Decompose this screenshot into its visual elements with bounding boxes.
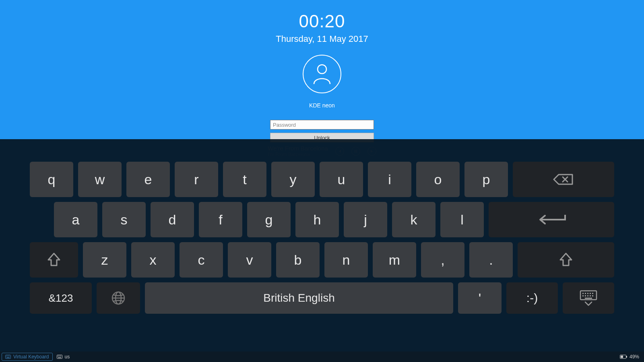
key-s[interactable]: s: [102, 202, 146, 237]
svg-rect-21: [6, 357, 10, 358]
svg-rect-24: [8, 356, 9, 357]
svg-rect-25: [9, 356, 10, 357]
svg-rect-30: [60, 356, 60, 357]
key-backspace[interactable]: [513, 162, 614, 197]
svg-point-0: [318, 65, 326, 74]
key-language[interactable]: [97, 282, 140, 314]
svg-rect-22: [6, 356, 7, 357]
key-h[interactable]: h: [295, 202, 339, 237]
keyboard-icon: [57, 355, 62, 359]
hide-keyboard-icon: [579, 289, 598, 307]
svg-rect-34: [621, 356, 623, 358]
key-x[interactable]: x: [131, 242, 175, 278]
user-icon: [312, 63, 332, 85]
clock-time: 00:20: [0, 11, 644, 31]
battery-percentage: 49%: [630, 354, 639, 360]
key-y[interactable]: y: [271, 162, 315, 197]
keyboard-layout-label: us: [65, 354, 70, 360]
status-bar: Virtual Keyboard us 49%: [0, 352, 644, 362]
key-m[interactable]: m: [373, 242, 416, 278]
password-input[interactable]: [270, 120, 374, 130]
key-i[interactable]: i: [368, 162, 411, 197]
svg-rect-26: [57, 355, 62, 359]
key-enter[interactable]: [489, 202, 614, 237]
vk-row-1: q w e r t y u i o p: [30, 162, 614, 197]
key-w[interactable]: w: [78, 162, 122, 197]
shift-up-icon: [558, 252, 574, 268]
svg-rect-20: [6, 355, 11, 359]
virtual-keyboard-toggle-label: Virtual Keyboard: [13, 354, 49, 360]
svg-rect-33: [626, 356, 627, 358]
key-t[interactable]: t: [223, 162, 266, 197]
key-hide-keyboard[interactable]: [563, 282, 614, 314]
key-g[interactable]: g: [247, 202, 291, 237]
battery-icon: [620, 355, 627, 359]
username-label: KDE neon: [309, 102, 335, 109]
key-v[interactable]: v: [228, 242, 271, 278]
key-shift-right[interactable]: [518, 242, 614, 278]
svg-rect-28: [58, 356, 58, 357]
svg-rect-23: [7, 356, 8, 357]
svg-rect-17: [590, 295, 591, 296]
key-r[interactable]: r: [175, 162, 218, 197]
key-emoji[interactable]: :-): [506, 282, 558, 314]
clock-area: 00:20 Thursday, 11 May 2017: [0, 0, 644, 44]
key-d[interactable]: d: [151, 202, 194, 237]
key-e[interactable]: e: [126, 162, 170, 197]
key-shift-left[interactable]: [30, 242, 78, 278]
key-j[interactable]: j: [344, 202, 387, 237]
key-n[interactable]: n: [324, 242, 368, 278]
svg-rect-12: [590, 293, 591, 294]
user-block: KDE neon: [0, 55, 644, 109]
key-u[interactable]: u: [320, 162, 363, 197]
svg-rect-9: [582, 293, 584, 294]
backspace-icon: [553, 173, 574, 186]
avatar[interactable]: [303, 55, 341, 93]
svg-rect-27: [58, 357, 61, 358]
key-a[interactable]: a: [54, 202, 97, 237]
battery-indicator[interactable]: 49%: [620, 354, 642, 360]
virtual-keyboard-toggle[interactable]: Virtual Keyboard: [2, 353, 53, 361]
key-apostrophe[interactable]: ': [458, 282, 502, 314]
key-f[interactable]: f: [199, 202, 242, 237]
keyboard-layout-indicator[interactable]: us: [57, 354, 70, 360]
key-p[interactable]: p: [464, 162, 508, 197]
key-q[interactable]: q: [30, 162, 73, 197]
svg-rect-19: [585, 298, 592, 299]
svg-rect-15: [585, 295, 586, 296]
svg-rect-29: [58, 356, 59, 357]
svg-rect-31: [60, 356, 61, 357]
key-comma[interactable]: ,: [421, 242, 464, 278]
svg-rect-10: [585, 293, 586, 294]
vk-row-3: z x c v b n m , .: [30, 242, 614, 278]
key-period[interactable]: .: [469, 242, 513, 278]
key-b[interactable]: b: [276, 242, 320, 278]
key-o[interactable]: o: [416, 162, 460, 197]
svg-rect-13: [592, 293, 593, 294]
vk-row-2: a s d f g h j k l: [30, 202, 614, 237]
svg-rect-18: [592, 295, 593, 296]
key-c[interactable]: c: [180, 242, 223, 278]
key-symbols[interactable]: &123: [30, 282, 92, 314]
key-k[interactable]: k: [392, 202, 436, 237]
vk-row-4: &123 British English ' :-): [30, 282, 614, 314]
globe-icon: [110, 290, 126, 306]
svg-rect-11: [587, 293, 588, 294]
clock-date: Thursday, 11 May 2017: [0, 34, 644, 44]
shift-up-icon: [46, 252, 62, 268]
key-z[interactable]: z: [83, 242, 126, 278]
virtual-keyboard: q w e r t y u i o p a s d f g h j k l: [0, 139, 644, 352]
svg-rect-16: [587, 295, 588, 296]
svg-rect-14: [582, 295, 584, 296]
enter-icon: [536, 214, 567, 225]
key-space[interactable]: British English: [145, 282, 453, 314]
keyboard-icon: [5, 355, 11, 359]
key-l[interactable]: l: [440, 202, 484, 237]
